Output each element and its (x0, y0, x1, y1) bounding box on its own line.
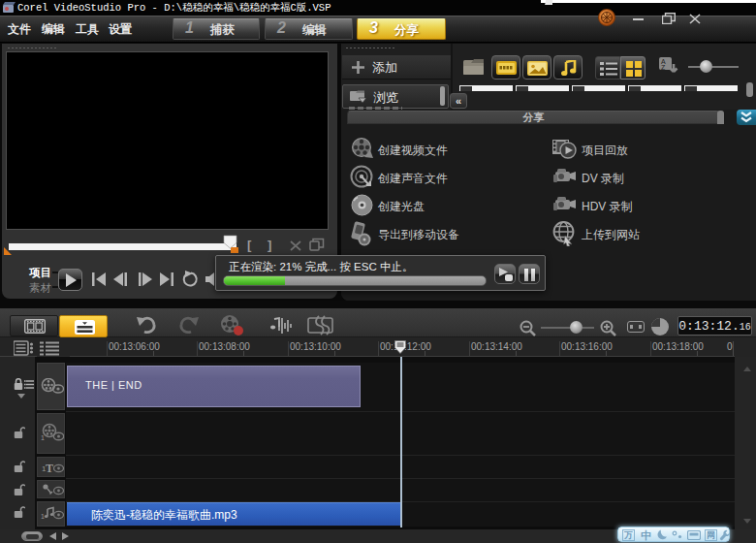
svg-text:1: 1 (41, 434, 45, 441)
svg-text:T: T (46, 462, 53, 474)
svg-text:Z: Z (661, 64, 666, 71)
svg-text:1: 1 (41, 513, 45, 520)
